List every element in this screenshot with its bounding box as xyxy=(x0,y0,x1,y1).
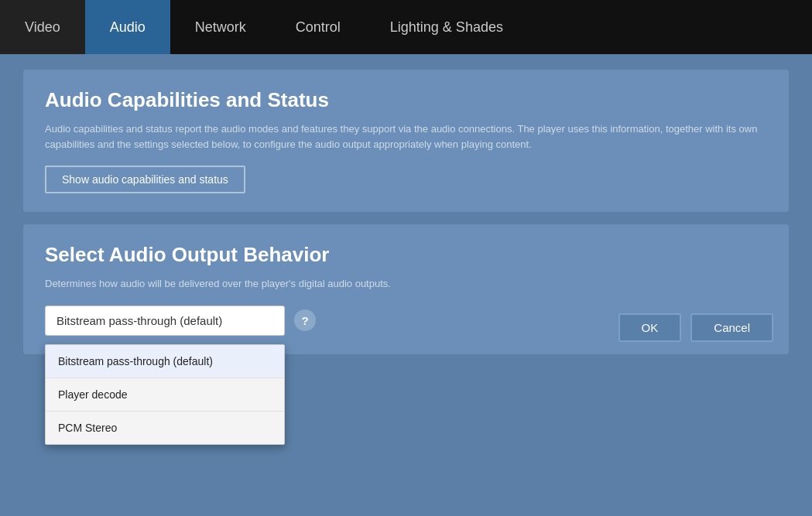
audio-output-description: Determines how audio will be delivered o… xyxy=(45,276,767,292)
audio-capabilities-description: Audio capabilities and status report the… xyxy=(45,121,767,152)
tab-lighting-shades[interactable]: Lighting & Shades xyxy=(365,0,528,54)
audio-output-title: Select Audio Output Behavior xyxy=(45,243,767,267)
audio-capabilities-card: Audio Capabilities and Status Audio capa… xyxy=(23,70,789,212)
dropdown-option-player-decode[interactable]: Player decode xyxy=(46,378,284,412)
cancel-button[interactable]: Cancel xyxy=(690,313,773,342)
tab-audio[interactable]: Audio xyxy=(85,0,170,54)
audio-capabilities-title: Audio Capabilities and Status xyxy=(45,88,767,112)
tab-network[interactable]: Network xyxy=(170,0,271,54)
show-audio-capabilities-button[interactable]: Show audio capabilities and status xyxy=(45,166,245,193)
ok-button[interactable]: OK xyxy=(618,313,682,342)
main-content: Audio Capabilities and Status Audio capa… xyxy=(0,54,812,516)
tab-control[interactable]: Control xyxy=(271,0,365,54)
footer-actions: OK Cancel xyxy=(618,313,773,342)
top-navigation: Video Audio Network Control Lighting & S… xyxy=(0,0,812,54)
dropdown-option-pcm-stereo[interactable]: PCM Stereo xyxy=(46,412,284,444)
help-icon[interactable]: ? xyxy=(294,309,316,331)
tab-video[interactable]: Video xyxy=(0,0,85,54)
dropdown-option-bitstream[interactable]: Bitstream pass-through (default) xyxy=(46,345,284,378)
audio-output-dropdown-display[interactable]: Bitstream pass-through (default) xyxy=(45,306,285,336)
audio-output-card: Select Audio Output Behavior Determines … xyxy=(23,224,789,354)
audio-output-dropdown-wrapper: Bitstream pass-through (default) Bitstre… xyxy=(45,306,285,336)
audio-output-dropdown-popup: Bitstream pass-through (default) Player … xyxy=(45,344,285,445)
